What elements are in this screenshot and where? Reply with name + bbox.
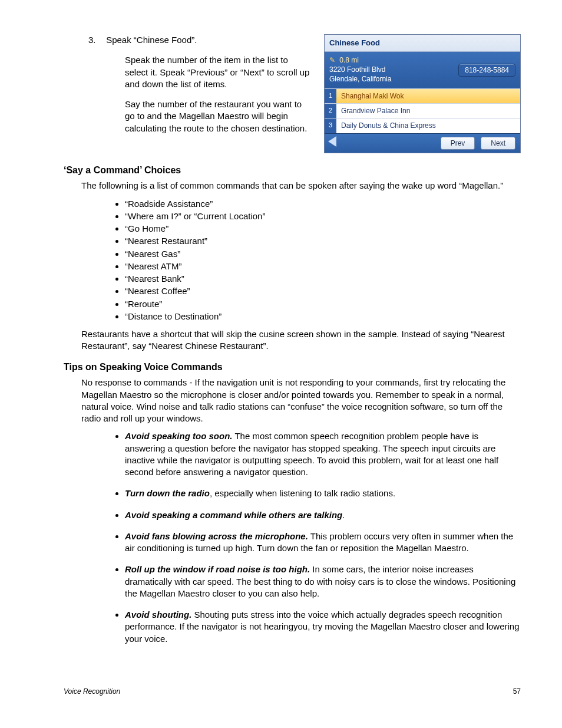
phone-button[interactable]: 818-248-5884 (458, 64, 515, 77)
footer-section: Voice Recognition (64, 687, 120, 696)
command-item: “Go Home” (125, 223, 521, 235)
pencil-icon: ✎ (329, 56, 335, 64)
device-toolbar: Prev Next (325, 133, 520, 153)
device-screenshot: Chinese Food ✎ 0.8 mi 3220 Foothill Blvd… (324, 34, 521, 153)
list-item[interactable]: 1Shanghai Maki Wok (325, 88, 520, 103)
step-paragraph: Say the number of the restaurant you wan… (125, 98, 312, 134)
row-label: Shanghai Maki Wok (336, 89, 520, 103)
row-number: 3 (325, 118, 336, 133)
row-number: 1 (325, 89, 336, 103)
tip-item: Avoid speaking a command while others ar… (125, 509, 521, 521)
tip-item: Avoid shouting. Shouting puts stress int… (125, 609, 521, 645)
section-heading: Tips on Speaking Voice Commands (64, 361, 521, 374)
tip-lead: Avoid speaking too soon. (125, 431, 233, 441)
command-item: “Nearest Restaurant” (125, 235, 521, 247)
step-title: Speak “Chinese Food”. (106, 35, 197, 45)
command-list: “Roadside Assistance”“Where am I?” or “C… (125, 198, 521, 323)
tip-lead: Avoid speaking a command while others ar… (125, 510, 342, 520)
device-title: Chinese Food (325, 35, 520, 52)
command-item: “Nearest Bank” (125, 273, 521, 285)
tip-text: . (342, 510, 345, 520)
command-item: “Reroute” (125, 298, 521, 310)
section-intro: No response to commands - If the navigat… (81, 377, 521, 424)
command-item: “Nearest Coffee” (125, 285, 521, 297)
tip-lead: Avoid shouting. (125, 610, 191, 620)
row-label: Daily Donuts & China Express (336, 118, 520, 133)
command-item: “Where am I?” or “Current Location” (125, 210, 521, 222)
list-item[interactable]: 3Daily Donuts & China Express (325, 118, 520, 133)
back-arrow-icon[interactable] (328, 136, 336, 147)
next-button[interactable]: Next (481, 137, 515, 150)
tip-item: Avoid speaking too soon. The most common… (125, 430, 521, 478)
result-list: 1Shanghai Maki Wok2Grandview Palace Inn3… (325, 88, 520, 133)
tip-lead: Avoid fans blowing across the microphone… (125, 531, 308, 541)
tip-item: Roll up the window if road noise is too … (125, 564, 521, 599)
section-intro: The followning is a list of common comma… (81, 180, 521, 192)
tip-lead: Turn down the radio (125, 488, 210, 498)
device-info-panel: ✎ 0.8 mi 3220 Foothill Blvd Glendale, Ca… (325, 52, 520, 89)
command-item: “Distance to Destination” (125, 311, 521, 322)
distance-value: 0.8 mi (339, 56, 359, 64)
section-note: Restaurants have a shortcut that will sk… (81, 328, 521, 353)
step-number: 3. (88, 34, 104, 46)
command-item: “Nearest Gas” (125, 248, 521, 260)
numbered-step: 3. Speak “Chinese Food”. Speak the numbe… (64, 34, 312, 153)
footer-page-number: 57 (513, 687, 521, 696)
tip-text: , especially when listening to talk radi… (210, 488, 395, 498)
step-paragraph: Speak the number of the item in the list… (125, 54, 312, 90)
tip-lead: Roll up the window if road noise is too … (125, 564, 310, 574)
section-heading: ‘Say a Command’ Choices (64, 164, 521, 177)
prev-button[interactable]: Prev (441, 137, 475, 150)
tips-list: Avoid speaking too soon. The most common… (125, 430, 521, 645)
command-item: “Roadside Assistance” (125, 198, 521, 210)
row-label: Grandview Palace Inn (336, 104, 520, 118)
list-item[interactable]: 2Grandview Palace Inn (325, 103, 520, 118)
tip-item: Avoid fans blowing across the microphone… (125, 531, 521, 555)
page-footer: Voice Recognition 57 (64, 687, 521, 696)
row-number: 2 (325, 104, 336, 118)
tip-item: Turn down the radio, especially when lis… (125, 487, 521, 499)
command-item: “Nearest ATM” (125, 261, 521, 272)
